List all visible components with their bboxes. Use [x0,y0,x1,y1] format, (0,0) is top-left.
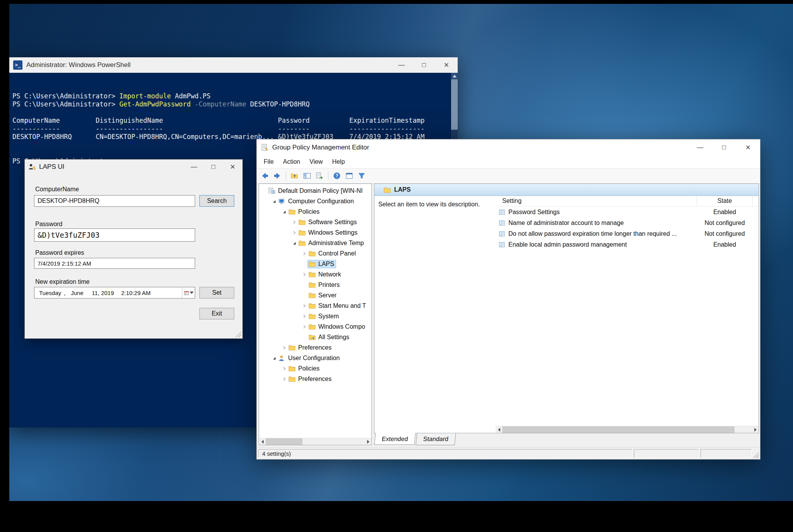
chevron-collapsed-icon[interactable] [301,324,308,329]
filter-icon-button[interactable] [356,170,367,182]
settings-row[interactable]: Password SettingsEnabled [496,207,759,218]
expiration-datetime-picker[interactable]: Tuesday , June 11, 2019 2:10:29 AM [34,287,195,299]
column-header-state[interactable]: State [697,196,753,206]
chevron-collapsed-icon[interactable] [291,230,298,235]
gpme-titlebar[interactable]: Group Policy Management Editor — □ × [257,139,760,156]
tree-item-software-settings[interactable]: Software Settings [259,217,371,227]
picker-day[interactable]: Tuesday [39,290,64,296]
tree-item-core: Control Panel [308,250,357,257]
scrollbar-thumb[interactable] [451,79,458,130]
minimize-button[interactable]: — [184,160,204,174]
chevron-expanded-icon[interactable] [281,209,288,214]
gpme-window: Group Policy Management Editor — □ × Fil… [256,139,760,460]
chevron-expanded-icon[interactable] [271,356,278,360]
scrollbar-thumb[interactable] [502,426,735,433]
setting-name: Enable local admin password management [508,241,697,248]
tree-item-preferences[interactable]: Preferences [259,342,371,353]
tree-item-windows-compo[interactable]: Windows Compo [259,321,371,332]
tree-item-start-menu-and-t[interactable]: Start Menu and T [259,300,371,311]
tree-item-preferences[interactable]: Preferences [259,374,371,384]
tree-item-network[interactable]: Network [259,269,371,280]
up-one-level-icon-button[interactable] [289,170,300,182]
menu-view[interactable]: View [305,156,327,168]
tree-item-control-panel[interactable]: Control Panel [259,248,371,259]
chevron-expanded-icon[interactable] [271,199,278,204]
tree-item-system[interactable]: System [259,311,371,321]
minimize-button[interactable]: — [688,139,712,156]
maximize-button[interactable]: □ [413,57,435,73]
picker-month[interactable]: June [71,290,92,296]
search-button[interactable]: Search [199,195,234,207]
scroll-up-button[interactable] [451,73,458,79]
new-expiration-label: New expiration time [35,278,90,285]
maximize-button[interactable]: □ [204,160,223,174]
menu-action[interactable]: Action [278,156,305,168]
status-segment [634,449,699,458]
settings-row[interactable]: Do not allow password expiration time lo… [496,228,759,239]
forward-icon-button[interactable] [271,170,283,182]
tree-item-all-settings[interactable]: All Settings [259,332,371,342]
chevron-collapsed-icon[interactable] [281,366,288,371]
folder-icon [309,261,316,267]
computername-input[interactable]: DESKTOP-HPD8HRQ [34,195,195,207]
settings-row[interactable]: Name of administrator account to manageN… [496,218,759,228]
maximize-button[interactable]: □ [712,139,736,156]
close-button[interactable]: × [736,139,760,156]
column-header-setting[interactable]: Setting [496,196,697,206]
set-button[interactable]: Set [199,287,234,299]
folder-icon [309,324,316,329]
tree-item-user-configuration[interactable]: User Configuration [259,353,371,363]
export-list-icon-button[interactable] [314,170,325,182]
laps-titlebar[interactable]: LAPS UI — □ × [25,160,242,174]
tree-item-label: Windows Settings [308,229,357,236]
tree-item-printers[interactable]: Printers [259,280,371,290]
help-icon-button[interactable]: ? [331,170,343,182]
tree-item-windows-settings[interactable]: Windows Settings [259,227,371,238]
tree-item-administrative-temp[interactable]: Administrative Temp [259,238,371,248]
tab-extended[interactable]: Extended [374,433,415,445]
chevron-collapsed-icon[interactable] [301,251,308,256]
tree-item-label: Windows Compo [318,323,365,330]
calendar-dropdown-button[interactable] [182,287,195,298]
menu-bar: File Action View Help [257,156,760,168]
scrollbar-thumb[interactable] [266,438,302,445]
tree-item-computer-configuration[interactable]: Computer Configuration [259,196,371,206]
chevron-expanded-icon[interactable] [291,241,298,245]
tab-standard[interactable]: Standard [415,433,456,445]
picker-date[interactable]: 11, 2019 [92,290,121,296]
picker-time[interactable]: 2:10:29 AM [121,290,182,296]
list-horizontal-scrollbar[interactable] [496,426,759,433]
minimize-button[interactable]: — [390,57,413,73]
folder-icon [288,366,296,371]
scroll-left-button[interactable] [259,438,266,445]
chevron-collapsed-icon[interactable] [281,345,288,350]
tree-item-policies[interactable]: Policies [259,206,371,217]
scroll-right-button[interactable] [365,438,371,445]
toolbar-separator [328,171,328,180]
properties-window-icon-button[interactable] [343,170,355,182]
tree-item-default-domain-policy-win-ni[interactable]: Default Domain Policy [WIN-NI [259,185,371,196]
tree-horizontal-scrollbar[interactable] [259,438,371,445]
password-expires-field[interactable]: 7/4/2019 2:15:12 AM [34,258,195,269]
tree-item-server[interactable]: Server [259,290,371,300]
close-button[interactable]: × [223,160,242,174]
chevron-collapsed-icon[interactable] [281,377,288,381]
scroll-left-button[interactable] [496,426,502,433]
resize-grip[interactable] [235,331,241,337]
scroll-right-button[interactable] [752,426,759,433]
tree-item-policies[interactable]: Policies [259,363,371,374]
chevron-collapsed-icon[interactable] [291,220,298,225]
tree-item-laps[interactable]: LAPS [259,259,371,269]
password-field[interactable]: &D)tVe3fuZFJ03 [34,228,195,242]
menu-help[interactable]: Help [328,156,350,168]
chevron-collapsed-icon[interactable] [301,304,308,308]
powershell-titlebar[interactable]: >_ Administrator: Windows PowerShell — □… [9,57,458,73]
console-tree-icon-button[interactable] [301,170,313,182]
chevron-collapsed-icon[interactable] [301,314,308,319]
settings-row[interactable]: Enable local admin password managementEn… [496,239,759,250]
chevron-collapsed-icon[interactable] [301,272,308,277]
close-button[interactable]: × [435,57,458,73]
exit-button[interactable]: Exit [199,308,234,319]
menu-file[interactable]: File [259,156,278,168]
back-icon-button[interactable] [259,170,271,182]
